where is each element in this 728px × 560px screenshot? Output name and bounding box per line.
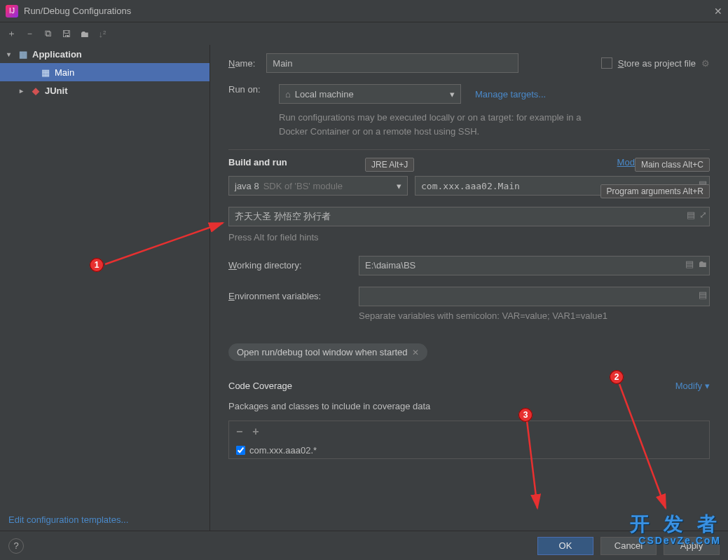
separator (228, 149, 710, 150)
cancel-button[interactable]: Cancel (600, 537, 657, 555)
browse-icon[interactable]: 🖿 (698, 259, 707, 269)
tree-group-junit[interactable]: ▸ ◆ JUnit (0, 81, 210, 100)
section-title: Build and run (228, 157, 287, 168)
jre-hint: SDK of 'BS' module (263, 181, 343, 191)
run-on-label: Run on: (228, 84, 268, 95)
save-icon[interactable]: 🖫 (60, 28, 71, 39)
press-alt-hint: Press Alt for field hints (228, 231, 710, 245)
coverage-item-label: com.xxx.aaa02.* (249, 445, 317, 456)
checkbox-icon[interactable] (601, 57, 612, 69)
env-vars-input[interactable] (359, 287, 710, 306)
name-row: Name: Store as project file ⚙ (228, 53, 710, 73)
manage-targets-link[interactable]: Manage targets... (475, 89, 546, 100)
tooltip-mainclass: Main class Alt+C (635, 158, 710, 172)
folder-icon[interactable]: 🖿 (78, 28, 90, 39)
body: ▾ ▦ Application ▦ Main ▸ ◆ JUnit Edit co… (0, 45, 728, 531)
chevron-right-icon: ▸ (20, 87, 29, 95)
app-logo-icon: IJ (6, 5, 18, 18)
help-icon[interactable]: ? (8, 538, 24, 554)
config-content: Name: Store as project file ⚙ Run on: ⌂ … (210, 45, 728, 531)
remove-icon[interactable]: − (236, 425, 242, 438)
modify-label: Modify (675, 381, 702, 391)
run-on-row: Run on: ⌂ Local machine ▾ Manage targets… (228, 84, 710, 138)
chevron-down-icon: ▾ (7, 50, 17, 58)
add-icon[interactable]: + (252, 425, 259, 438)
name-label: Name: (228, 58, 255, 69)
annotation-badge-3: 3 (518, 408, 533, 422)
program-args-row: ▤ ⤢ (228, 207, 710, 226)
annotation-badge-1: 1 (90, 258, 104, 272)
env-vars-row: Environment variables: ▤ (228, 287, 710, 306)
remove-pill-icon[interactable]: ✕ (412, 348, 419, 357)
remove-icon[interactable]: － (24, 28, 35, 39)
run-on-hint: Run configurations may be executed local… (279, 111, 608, 138)
window-title: Run/Debug Configurations (24, 6, 714, 16)
ok-button[interactable]: OK (537, 537, 593, 555)
open-tool-window-pill[interactable]: Open run/debug tool window when started … (228, 343, 427, 361)
store-as-project-file[interactable]: Store as project file ⚙ (601, 57, 710, 69)
tree-group-label: JUnit (45, 86, 68, 96)
working-directory-label: Working directory: (228, 260, 348, 271)
home-icon: ⌂ (285, 89, 291, 100)
name-input[interactable] (266, 53, 518, 73)
application-icon: ▦ (17, 49, 29, 60)
env-vars-hint: Separate variables with semicolon: VAR=v… (359, 309, 710, 323)
program-args-input[interactable] (228, 207, 710, 226)
pill-label: Open run/debug tool window when started (237, 347, 408, 357)
add-icon[interactable]: ＋ (6, 28, 17, 39)
chevron-down-icon: ▾ (705, 381, 710, 391)
options-pills: Open run/debug tool window when started … (228, 343, 710, 361)
run-on-select[interactable]: ⌂ Local machine ▾ (279, 84, 461, 104)
tree-node-main[interactable]: ▦ Main (0, 63, 210, 81)
coverage-item-checkbox[interactable] (236, 446, 245, 455)
list-icon[interactable]: ▤ (685, 259, 694, 269)
jre-mainclass-row: java 8 SDK of 'BS' module ▾ ▤ JRE Alt+J … (228, 176, 710, 196)
coverage-item[interactable]: com.xxx.aaa02.* (229, 442, 709, 458)
expand-icon[interactable]: ⤢ (699, 210, 707, 220)
chevron-down-icon: ▾ (450, 89, 455, 100)
annotation-badge-2: 2 (610, 370, 624, 384)
packages-label: Packages and classes to include in cover… (228, 399, 710, 414)
junit-icon: ◆ (29, 86, 42, 96)
title-bar: IJ Run/Debug Configurations ✕ (0, 0, 728, 22)
tooltip-program-args: Program arguments Alt+R (600, 184, 710, 198)
tooltip-jre: JRE Alt+J (365, 158, 414, 172)
env-vars-label: Environment variables: (228, 291, 348, 301)
working-directory-row: Working directory: ▤ 🖿 (228, 256, 710, 275)
dialog-footer: ? OK Cancel Apply (0, 531, 728, 560)
copy-icon[interactable]: ⧉ (42, 28, 53, 39)
coverage-box: − + com.xxx.aaa02.* (228, 421, 710, 459)
tree-group-application[interactable]: ▾ ▦ Application (0, 45, 210, 63)
store-label: Store as project file (618, 58, 696, 69)
section-title: Code Coverage (228, 381, 292, 391)
apply-button[interactable]: Apply (664, 537, 720, 555)
coverage-modify-link[interactable]: Modify ▾ (675, 381, 710, 391)
list-icon[interactable]: ▤ (687, 210, 695, 220)
edit-templates-link[interactable]: Edit configuration templates... (8, 514, 128, 525)
run-on-value: Local machine (295, 89, 354, 100)
tree-node-label: Main (55, 67, 74, 78)
jre-text: java 8 (235, 181, 259, 191)
sort-icon[interactable]: ↓² (97, 28, 108, 39)
tree-group-label: Application (32, 49, 82, 60)
config-toolbar: ＋ － ⧉ 🖫 🖿 ↓² (0, 22, 728, 45)
config-tree: ▾ ▦ Application ▦ Main ▸ ◆ JUnit Edit co… (0, 45, 210, 531)
code-coverage-header: Code Coverage Modify ▾ (228, 381, 710, 391)
chevron-down-icon: ▾ (397, 181, 401, 191)
working-directory-input[interactable] (359, 256, 710, 275)
gear-icon[interactable]: ⚙ (701, 58, 710, 69)
coverage-toolbar: − + (229, 421, 709, 442)
application-icon: ▦ (39, 67, 52, 78)
list-icon[interactable]: ▤ (699, 289, 707, 300)
jre-select[interactable]: java 8 SDK of 'BS' module ▾ (228, 176, 408, 196)
close-icon[interactable]: ✕ (714, 6, 722, 17)
